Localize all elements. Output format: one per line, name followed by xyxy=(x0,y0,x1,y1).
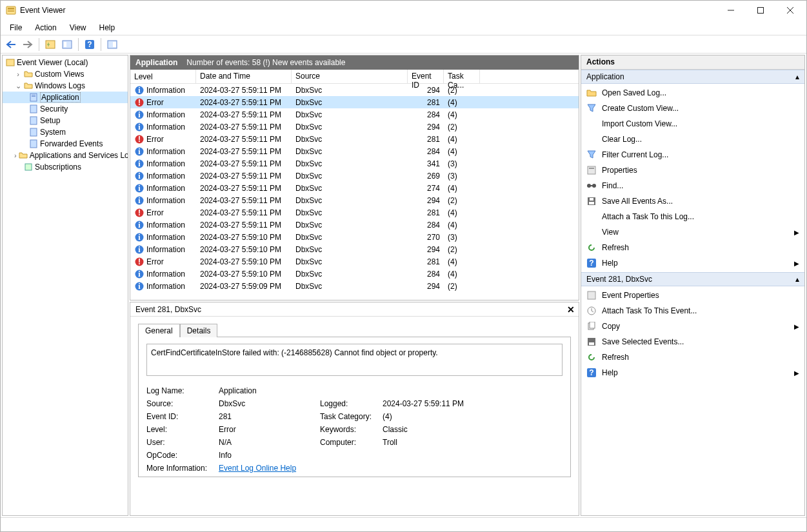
cell-source: DbxSvc xyxy=(292,245,408,254)
tree-subscriptions[interactable]: Subscriptions xyxy=(3,161,128,173)
detail-close-button[interactable]: ✕ xyxy=(567,304,575,315)
action-attach-task-log[interactable]: Attach a Task To this Log... xyxy=(581,209,804,224)
show-actions-pane-button[interactable] xyxy=(105,37,120,52)
event-row[interactable]: iInformation2024-03-27 5:59:11 PMDbxSvc2… xyxy=(130,182,579,194)
tree-custom-views[interactable]: › Custom Views xyxy=(3,68,128,80)
cell-source: DbxSvc xyxy=(292,184,408,193)
tree-apps-services[interactable]: › Applications and Services Lo xyxy=(3,150,128,161)
event-row[interactable]: iInformation2024-03-27 5:59:11 PMDbxSvc2… xyxy=(130,121,579,133)
error-icon: ! xyxy=(134,134,144,144)
event-row[interactable]: iInformation2024-03-27 5:59:11 PMDbxSvc2… xyxy=(130,219,579,231)
cell-task: (3) xyxy=(444,172,480,181)
event-row[interactable]: iInformation2024-03-27 5:59:11 PMDbxSvc2… xyxy=(130,194,579,206)
close-button[interactable] xyxy=(775,1,805,20)
cell-source: DbxSvc xyxy=(292,208,408,217)
tree-setup[interactable]: Setup xyxy=(3,115,128,126)
minimize-button[interactable] xyxy=(716,1,746,20)
action-save-selected[interactable]: Save Selected Events... xyxy=(581,334,804,350)
cell-eventid: 269 xyxy=(408,172,444,181)
event-row[interactable]: iInformation2024-03-27 5:59:09 PMDbxSvc2… xyxy=(130,280,579,292)
link-online-help[interactable]: Event Log Online Help xyxy=(219,464,296,473)
cell-level: Information xyxy=(146,159,185,168)
actions-section-event[interactable]: Event 281, DbxSvc ▴ xyxy=(581,272,804,286)
svg-rect-10 xyxy=(64,42,66,47)
event-row[interactable]: iInformation2024-03-27 5:59:10 PMDbxSvc2… xyxy=(130,243,579,255)
cell-level: Information xyxy=(146,282,185,291)
event-row[interactable]: !Error2024-03-27 5:59:11 PMDbxSvc281(4) xyxy=(130,96,579,108)
cell-level: Error xyxy=(146,98,164,107)
collapse-icon[interactable]: ⌄ xyxy=(14,82,22,90)
nav-back-button[interactable] xyxy=(3,37,19,52)
tree-forwarded-events[interactable]: Forwarded Events xyxy=(3,138,128,150)
event-row[interactable]: iInformation2024-03-27 5:59:11 PMDbxSvc2… xyxy=(130,145,579,157)
action-save-all-events[interactable]: Save All Events As... xyxy=(581,193,804,209)
event-row[interactable]: iInformation2024-03-27 5:59:11 PMDbxSvc2… xyxy=(130,84,579,96)
menubar: File Action View Help xyxy=(1,20,806,35)
action-import-custom-view[interactable]: Import Custom View... xyxy=(581,116,804,132)
nav-forward-button[interactable] xyxy=(20,37,35,52)
event-row[interactable]: iInformation2024-03-27 5:59:10 PMDbxSvc2… xyxy=(130,231,579,243)
event-row[interactable]: !Error2024-03-27 5:59:10 PMDbxSvc281(4) xyxy=(130,255,579,268)
menu-view[interactable]: View xyxy=(63,21,93,34)
event-row[interactable]: iInformation2024-03-27 5:59:10 PMDbxSvc2… xyxy=(130,268,579,280)
col-source[interactable]: Source xyxy=(292,70,408,83)
tree-security[interactable]: Security xyxy=(3,103,128,115)
menu-action[interactable]: Action xyxy=(28,21,63,34)
action-filter-log[interactable]: Filter Current Log... xyxy=(581,147,804,163)
tree-root[interactable]: Event Viewer (Local) xyxy=(3,57,128,68)
expand-icon[interactable]: › xyxy=(14,152,17,159)
tab-general[interactable]: General xyxy=(138,324,180,337)
error-icon: ! xyxy=(134,208,144,218)
action-open-saved-log[interactable]: Open Saved Log... xyxy=(581,85,804,101)
show-hide-tree-button[interactable] xyxy=(43,37,58,52)
menu-file[interactable]: File xyxy=(3,21,28,34)
action-attach-task-event[interactable]: Attach Task To This Event... xyxy=(581,303,804,319)
properties-button[interactable] xyxy=(59,37,75,52)
col-eventid[interactable]: Event ID xyxy=(408,70,444,83)
event-rows[interactable]: iInformation2024-03-27 5:59:11 PMDbxSvc2… xyxy=(130,84,579,300)
log-icon xyxy=(5,57,15,68)
action-refresh[interactable]: Refresh xyxy=(581,240,804,255)
menu-help[interactable]: Help xyxy=(93,21,122,34)
help-button[interactable]: ? xyxy=(82,37,97,52)
action-create-custom-view[interactable]: Create Custom View... xyxy=(581,101,804,116)
val-opcode: Info xyxy=(219,451,319,460)
tab-details[interactable]: Details xyxy=(180,324,218,337)
info-icon: i xyxy=(134,171,144,181)
cell-datetime: 2024-03-27 5:59:10 PM xyxy=(196,245,292,254)
action-event-properties[interactable]: Event Properties xyxy=(581,288,804,303)
actions-section-application[interactable]: Application ▴ xyxy=(581,70,804,84)
col-level[interactable]: Level xyxy=(130,70,196,83)
col-datetime[interactable]: Date and Time xyxy=(196,70,292,83)
event-row[interactable]: !Error2024-03-27 5:59:11 PMDbxSvc281(4) xyxy=(130,206,579,219)
column-headers[interactable]: Level Date and Time Source Event ID Task… xyxy=(130,70,579,84)
action-refresh-evt[interactable]: Refresh xyxy=(581,350,804,365)
event-row[interactable]: iInformation2024-03-27 5:59:11 PMDbxSvc3… xyxy=(130,157,579,170)
tree-system[interactable]: System xyxy=(3,126,128,138)
action-help-evt[interactable]: ?Help▶ xyxy=(581,365,804,380)
expand-icon[interactable]: › xyxy=(14,70,22,78)
actions-pane: Actions Application ▴ Open Saved Log... … xyxy=(581,55,805,516)
navigation-tree[interactable]: Event Viewer (Local) › Custom Views ⌄ Wi… xyxy=(2,55,128,516)
event-row[interactable]: !Error2024-03-27 5:59:11 PMDbxSvc281(4) xyxy=(130,133,579,145)
cell-level: Information xyxy=(146,147,185,156)
action-help[interactable]: ?Help▶ xyxy=(581,255,804,271)
cell-eventid: 281 xyxy=(408,208,444,217)
cell-eventid: 284 xyxy=(408,270,444,279)
cell-source: DbxSvc xyxy=(292,110,408,119)
maximize-button[interactable] xyxy=(746,1,775,20)
svg-rect-73 xyxy=(589,342,594,345)
action-clear-log[interactable]: Clear Log... xyxy=(581,132,804,147)
tree-windows-logs[interactable]: ⌄ Windows Logs xyxy=(3,80,128,92)
action-copy[interactable]: Copy▶ xyxy=(581,319,804,334)
col-task[interactable]: Task Ca... xyxy=(444,70,480,83)
action-view[interactable]: View▶ xyxy=(581,224,804,240)
event-row[interactable]: iInformation2024-03-27 5:59:11 PMDbxSvc2… xyxy=(130,170,579,182)
folder-icon xyxy=(18,150,28,161)
action-properties[interactable]: Properties xyxy=(581,163,804,178)
action-find[interactable]: Find... xyxy=(581,178,804,193)
event-row[interactable]: iInformation2024-03-27 5:59:11 PMDbxSvc2… xyxy=(130,108,579,121)
cell-task: (2) xyxy=(444,282,480,291)
log-icon xyxy=(28,104,39,114)
tree-application[interactable]: Application xyxy=(3,92,128,103)
